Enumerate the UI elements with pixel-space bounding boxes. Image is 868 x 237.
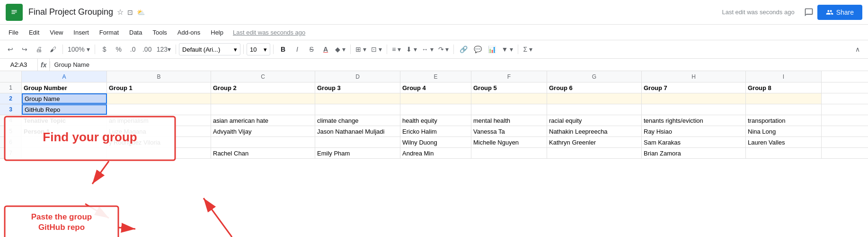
cell-d3[interactable] xyxy=(315,104,400,115)
cell-d4[interactable]: climate change xyxy=(315,115,400,126)
bold-button[interactable]: B xyxy=(276,43,290,56)
cell-i4[interactable]: transportation xyxy=(746,115,822,126)
cell-d1[interactable]: Group 3 xyxy=(315,82,400,93)
cell-d6[interactable] xyxy=(315,137,400,147)
cell-e2[interactable] xyxy=(400,93,471,104)
cell-a2[interactable]: Group Name xyxy=(22,93,107,104)
cell-f5[interactable]: Vanessa Ta xyxy=(471,126,547,137)
col-header-e[interactable]: E xyxy=(400,71,471,82)
cell-f6[interactable]: Michelle Nguyen xyxy=(471,137,547,147)
decimal0-button[interactable]: .0 xyxy=(126,43,140,56)
cell-g6[interactable]: Kathryn Greenler xyxy=(547,137,642,147)
menu-addons[interactable]: Add-ons xyxy=(173,27,205,38)
cell-c3[interactable] xyxy=(211,104,315,115)
cell-g4[interactable]: racial equity xyxy=(547,115,642,126)
col-header-g[interactable]: G xyxy=(547,71,642,82)
cell-i3[interactable] xyxy=(746,104,822,115)
cell-b1[interactable]: Group 1 xyxy=(107,82,211,93)
cell-g2[interactable] xyxy=(547,93,642,104)
cell-h2[interactable] xyxy=(642,93,746,104)
chart-button[interactable]: 📊 xyxy=(485,43,498,56)
cell-e1[interactable]: Group 4 xyxy=(400,82,471,93)
col-header-d[interactable]: D xyxy=(315,71,400,82)
strikethrough-button[interactable]: S xyxy=(305,43,318,56)
folder-icon[interactable]: ⊡ xyxy=(127,9,133,16)
redo-button[interactable]: ↪ xyxy=(18,43,31,56)
percent-button[interactable]: % xyxy=(112,43,125,56)
cell-h5[interactable]: Ray Hsiao xyxy=(642,126,746,137)
cell-c6[interactable] xyxy=(211,137,315,147)
star-icon[interactable]: ☆ xyxy=(117,8,124,17)
cell-h4[interactable]: tenants rights/eviction xyxy=(642,115,746,126)
col-header-f[interactable]: F xyxy=(471,71,547,82)
merge-button[interactable]: ⊡ ▾ xyxy=(369,43,384,56)
cell-f3[interactable] xyxy=(471,104,547,115)
font-size-selector[interactable]: 10 ▾ xyxy=(247,43,270,55)
cell-a7[interactable] xyxy=(22,148,107,158)
text-wrap-button[interactable]: ↔ ▾ xyxy=(420,43,435,56)
currency-button[interactable]: $ xyxy=(98,43,111,56)
cell-d7[interactable]: Emily Pham xyxy=(315,148,400,158)
link-button[interactable]: 🔗 xyxy=(457,43,470,56)
menu-tools[interactable]: Tools xyxy=(148,27,171,38)
fill-color-button[interactable]: ◆ ▾ xyxy=(333,43,347,56)
cell-i5[interactable]: Nina Long xyxy=(746,126,822,137)
text-color-button[interactable]: A xyxy=(319,43,332,56)
font-selector[interactable]: Default (Ari...) ▾ xyxy=(179,43,240,55)
cell-c2[interactable] xyxy=(211,93,315,104)
cell-f4[interactable]: mental health xyxy=(471,115,547,126)
cell-e3[interactable] xyxy=(400,104,471,115)
cell-a6[interactable] xyxy=(22,137,107,147)
cell-d2[interactable] xyxy=(315,93,400,104)
cell-g5[interactable]: Nathakin Leepreecha xyxy=(547,126,642,137)
text-rotate-button[interactable]: ↷ ▾ xyxy=(436,43,451,56)
col-header-b[interactable]: B xyxy=(107,71,211,82)
cell-f2[interactable] xyxy=(471,93,547,104)
cell-g7[interactable] xyxy=(547,148,642,158)
cell-e7[interactable]: Andrea Min xyxy=(400,148,471,158)
cell-i7[interactable] xyxy=(746,148,822,158)
cell-e5[interactable]: Ericko Halim xyxy=(400,126,471,137)
cell-h7[interactable]: Brian Zamora xyxy=(642,148,746,158)
cell-g3[interactable] xyxy=(547,104,642,115)
cell-c4[interactable]: asian american hate xyxy=(211,115,315,126)
decimal00-button[interactable]: .00 xyxy=(141,43,154,56)
cell-h3[interactable] xyxy=(642,104,746,115)
format123-button[interactable]: 123▾ xyxy=(155,43,173,56)
italic-button[interactable]: I xyxy=(291,43,304,56)
cell-h6[interactable]: Sam Karakas xyxy=(642,137,746,147)
function-button[interactable]: Σ ▾ xyxy=(521,43,534,56)
menu-view[interactable]: View xyxy=(45,27,68,38)
col-header-h[interactable]: H xyxy=(642,71,746,82)
cell-c7[interactable]: Rachel Chan xyxy=(211,148,315,158)
cell-f1[interactable]: Group 5 xyxy=(471,82,547,93)
zoom-button[interactable]: 100% ▾ xyxy=(66,43,92,56)
cell-b7[interactable] xyxy=(107,148,211,158)
menu-data[interactable]: Data xyxy=(124,27,147,38)
col-header-a[interactable]: A xyxy=(22,71,107,82)
cell-a4[interactable]: Tenative Topic xyxy=(22,115,107,126)
cell-f7[interactable] xyxy=(471,148,547,158)
cell-a1[interactable]: Group Number xyxy=(22,82,107,93)
cell-g1[interactable]: Group 6 xyxy=(547,82,642,93)
formula-input[interactable]: Group Name xyxy=(50,61,868,68)
cell-c1[interactable]: Group 2 xyxy=(211,82,315,93)
cell-b2[interactable] xyxy=(107,93,211,104)
cell-b5[interactable]: Luze Magana xyxy=(107,126,211,137)
undo-button[interactable]: ↩ xyxy=(4,43,17,56)
menu-format[interactable]: Format xyxy=(95,27,124,38)
share-button[interactable]: Share xyxy=(817,5,862,20)
cell-a3[interactable]: GitHub Repo xyxy=(22,104,107,115)
paint-format-button[interactable]: 🖌 xyxy=(46,43,60,56)
comment-toolbar-button[interactable]: 💬 xyxy=(471,43,484,56)
cell-e4[interactable]: health equity xyxy=(400,115,471,126)
v-align-button[interactable]: ⬇ ▾ xyxy=(404,43,419,56)
col-header-i[interactable]: I xyxy=(746,71,822,82)
col-header-c[interactable]: C xyxy=(211,71,315,82)
cloud-icon[interactable]: ⛅ xyxy=(137,9,145,16)
menu-insert[interactable]: Insert xyxy=(69,27,94,38)
comment-button[interactable] xyxy=(800,4,817,21)
cell-a5[interactable]: Person 1 xyxy=(22,126,107,137)
cell-h1[interactable]: Group 7 xyxy=(642,82,746,93)
cell-b6[interactable]: y Rodriguez Viloria xyxy=(107,137,211,147)
